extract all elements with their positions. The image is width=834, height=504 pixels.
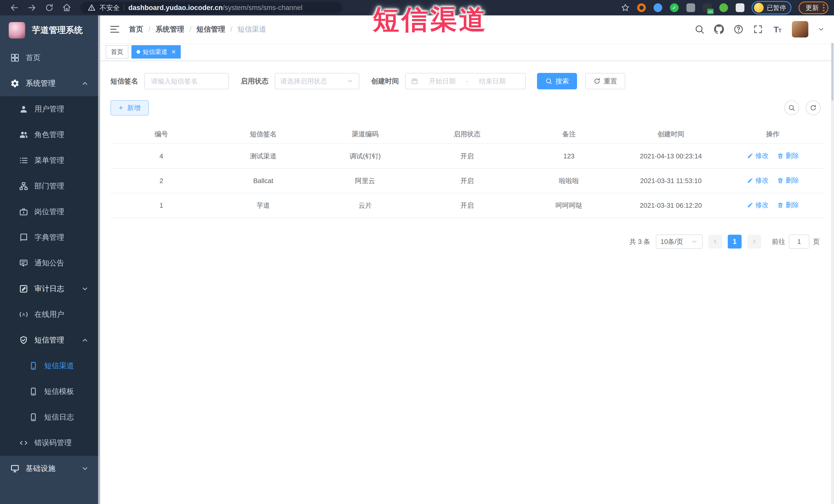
- chevron-down-icon: [81, 285, 89, 293]
- edit-icon: [747, 202, 753, 209]
- bookmark-star-icon[interactable]: [621, 3, 630, 12]
- sidebar-item-sms-channel[interactable]: 短信渠道: [0, 353, 100, 379]
- delete-link[interactable]: 删除: [777, 200, 799, 210]
- table-toolbar: + 新增: [110, 100, 824, 115]
- address-bar[interactable]: 不安全 dashboard.yudao.iocoder.cn/system/sm…: [81, 2, 343, 14]
- sidebar-item-online-users[interactable]: A在线用户: [0, 302, 100, 327]
- plus-icon: +: [118, 104, 123, 112]
- sidebar-item-error-code-management[interactable]: 错误码管理: [0, 430, 100, 456]
- emoji-face-icon: [754, 3, 764, 13]
- orange-ring-extension-icon[interactable]: [637, 3, 646, 12]
- refresh-table-button[interactable]: [806, 101, 821, 115]
- next-page-button[interactable]: [747, 235, 761, 248]
- sidebar-item-home[interactable]: 首页: [0, 45, 100, 71]
- add-button[interactable]: + 新增: [110, 100, 149, 115]
- sidebar-item-sms-template[interactable]: 短信模板: [0, 379, 100, 404]
- edit-link[interactable]: 修改: [747, 151, 769, 160]
- cell-status: 开启: [416, 169, 518, 193]
- sidebar-item-user-management[interactable]: 用户管理: [0, 96, 100, 122]
- breadcrumb-separator: /: [190, 25, 192, 34]
- chevron-right-icon: [751, 238, 758, 245]
- gray-grid-extension-icon[interactable]: [686, 3, 695, 12]
- breadcrumb-item[interactable]: 系统管理: [156, 24, 184, 34]
- address-divider: [124, 4, 124, 11]
- sidebar-scrollbar[interactable]: [98, 16, 100, 504]
- sidebar-item-notice-announcement[interactable]: 通知公告: [0, 250, 100, 276]
- browser-menu-icon[interactable]: [823, 4, 825, 11]
- prev-page-button[interactable]: [708, 235, 722, 248]
- end-date-input[interactable]: [472, 77, 512, 85]
- edit-link[interactable]: 修改: [747, 176, 769, 185]
- paused-label: 已暂停: [767, 4, 786, 12]
- tab-sms-channel[interactable]: 短信渠道×: [131, 45, 181, 59]
- cell-sign: Ballcat: [212, 169, 314, 193]
- online-icon: A: [19, 310, 28, 319]
- goto-page-input[interactable]: [789, 235, 809, 249]
- browser-back-icon[interactable]: [10, 3, 19, 12]
- sidebar-item-system-management[interactable]: 系统管理: [0, 71, 100, 96]
- help-icon[interactable]: [733, 24, 744, 35]
- green-sprout-extension-icon[interactable]: [719, 3, 728, 12]
- cell-sign: 测试渠道: [212, 144, 314, 169]
- sidebar-item-infrastructure[interactable]: 基础设施: [0, 456, 100, 481]
- sidebar-item-post-management[interactable]: 岗位管理: [0, 199, 100, 225]
- security-warning-icon[interactable]: [88, 4, 95, 12]
- cell-actions: 修改删除: [722, 169, 824, 193]
- svg-text:A: A: [22, 312, 25, 317]
- tab-home[interactable]: 首页: [106, 45, 128, 59]
- user-icon: [19, 105, 28, 114]
- date-range-picker[interactable]: -: [405, 73, 526, 89]
- browser-reload-icon[interactable]: [45, 3, 54, 12]
- dark-on-badge-extension-icon[interactable]: [703, 3, 711, 12]
- fullscreen-icon[interactable]: [753, 24, 763, 35]
- github-icon[interactable]: [714, 24, 724, 35]
- sidebar-item-sms-management[interactable]: 短信管理: [0, 327, 100, 353]
- toggle-search-button[interactable]: [784, 101, 799, 115]
- window-scrollbar[interactable]: [831, 16, 834, 504]
- update-button[interactable]: 更新: [798, 2, 828, 14]
- svg-text:T: T: [778, 28, 782, 34]
- edit-link[interactable]: 修改: [747, 200, 769, 210]
- app-logo-row[interactable]: 芋道管理系统: [0, 16, 100, 45]
- user-avatar[interactable]: [792, 21, 808, 38]
- delete-link[interactable]: 删除: [777, 176, 799, 185]
- page-size-select[interactable]: 10条/页: [656, 235, 703, 249]
- blue-pin-extension-icon[interactable]: [654, 3, 662, 12]
- sidebar-item-department-management[interactable]: 部门管理: [0, 173, 100, 199]
- sidebar-toggle-icon[interactable]: [109, 24, 120, 35]
- status-select[interactable]: 请选择启用状态: [275, 73, 359, 89]
- sidebar-item-role-management[interactable]: 角色管理: [0, 122, 100, 148]
- emoji-extension-paused-badge[interactable]: 已暂停: [752, 1, 791, 14]
- pagination: 共 3 条 10条/页 1 前往 页: [110, 235, 824, 249]
- close-tab-icon[interactable]: ×: [172, 48, 176, 56]
- font-size-icon[interactable]: TT: [772, 24, 783, 35]
- avatar-caret-icon[interactable]: [817, 26, 825, 33]
- sidebar-item-menu-management[interactable]: 菜单管理: [0, 148, 100, 173]
- cell-created: 2021-03-31 06:12:20: [620, 193, 722, 218]
- monitor-icon: [10, 464, 20, 473]
- browser-home-icon[interactable]: [62, 3, 71, 12]
- update-label: 更新: [806, 3, 819, 12]
- sidebar-item-audit-log[interactable]: 审计日志: [0, 276, 100, 302]
- white-puzzle-extension-icon[interactable]: [736, 3, 744, 12]
- search-icon[interactable]: [694, 24, 705, 35]
- chevron-down-icon: [81, 465, 89, 473]
- start-date-input[interactable]: [422, 77, 463, 85]
- mobile-icon: [29, 361, 38, 371]
- browser-forward-icon[interactable]: [27, 3, 37, 12]
- sign-input[interactable]: [144, 73, 229, 89]
- svg-text:T: T: [774, 25, 778, 34]
- reset-button[interactable]: 重置: [585, 73, 625, 89]
- total-count: 共 3 条: [630, 237, 650, 246]
- chevron-down-icon: [691, 238, 698, 245]
- extension-icons: ✓: [637, 3, 744, 12]
- green-check-extension-icon[interactable]: ✓: [670, 3, 679, 12]
- sidebar-item-dict-management[interactable]: 字典管理: [0, 225, 100, 250]
- sidebar-item-sms-log[interactable]: 短信日志: [0, 404, 100, 430]
- breadcrumb-item[interactable]: 首页: [129, 24, 143, 34]
- breadcrumb-item[interactable]: 短信管理: [197, 24, 225, 34]
- delete-link[interactable]: 删除: [777, 151, 799, 160]
- current-page-button[interactable]: 1: [728, 235, 742, 248]
- cell-code: 调试(钉钉): [314, 144, 416, 169]
- search-button[interactable]: 搜索: [537, 73, 577, 89]
